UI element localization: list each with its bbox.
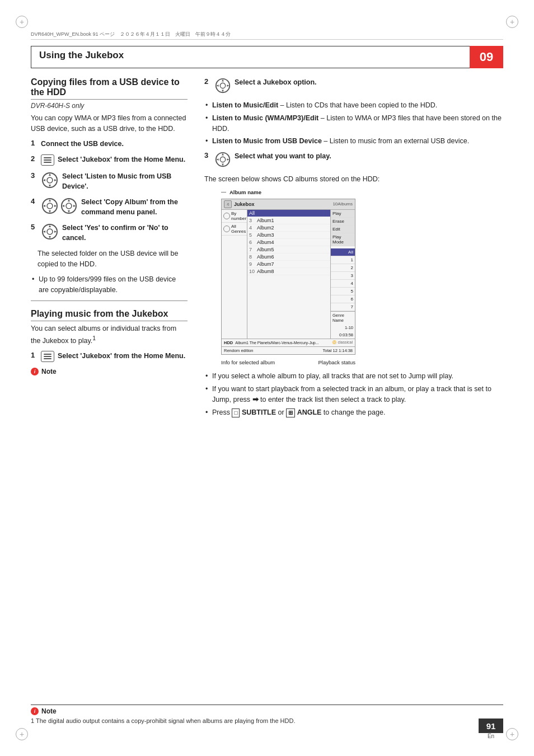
menu-icon-2: [41, 351, 54, 362]
right-column: 2 Select a Jukebox option. Listen to Mus…: [204, 77, 503, 711]
sidebar-num-icon: [223, 213, 230, 219]
svg-marker-22: [43, 231, 45, 233]
page-number-box: 91 En: [479, 719, 503, 739]
step2-num: 2: [31, 154, 38, 163]
jb-track-6: 8Album6: [247, 253, 330, 261]
step1-num: 1: [31, 139, 38, 147]
reg-mark-tl: [16, 16, 28, 28]
svg-point-25: [220, 83, 225, 88]
jb-num-2: 2: [331, 264, 355, 272]
jb-track-all: All: [247, 210, 330, 217]
option-1: Listen to Music/Edit – Listen to CDs tha…: [204, 100, 503, 111]
jb-num-3: 3: [331, 272, 355, 280]
jb-track-3: 5Album3: [247, 232, 330, 239]
section2-step1-row: 1 Select 'Jukebox' from the Home Menu.: [31, 351, 188, 362]
jb-footer2: Rendom edition Total 12 1:14:38: [222, 346, 355, 354]
svg-point-19: [47, 229, 53, 234]
jb-num-4: 4: [331, 280, 355, 288]
section-divider: [31, 300, 188, 301]
svg-marker-10: [43, 205, 45, 207]
right-bullet-1: If you select a whole album to play, all…: [204, 371, 503, 382]
jb-num-6: 6: [331, 295, 355, 303]
jb-footer: HDD Album1 The Planets/Marc-Venus-Mercur…: [222, 339, 355, 346]
svg-marker-5: [54, 179, 57, 181]
svg-marker-23: [54, 231, 57, 233]
note-label-inline: Note: [41, 368, 57, 375]
jb-track-range: 1-10: [331, 324, 355, 331]
svg-marker-34: [217, 158, 219, 161]
jukebox-screen: ♫ Jukebox 10Albums By number All Genres: [221, 199, 355, 355]
step1-row: 1 Connect the USB device.: [31, 139, 188, 149]
reg-mark-bl: [16, 728, 28, 740]
step4-row: 4 Select 'Co: [31, 197, 188, 217]
svg-marker-9: [49, 210, 51, 213]
jb-genre-name: Genre Name: [331, 311, 355, 324]
header-file-info: DVR640H_WPW_EN.book 91 ページ ２０２６年４月１１日 火曜…: [31, 31, 503, 40]
jb-sidebar: By number All Genres: [222, 210, 247, 339]
angle-icon: ⊞: [286, 408, 295, 417]
step5-detail: The selected folder on the USB device wi…: [38, 248, 188, 270]
svg-point-1: [47, 177, 53, 183]
menu-icon: [41, 154, 54, 166]
step1-text: Connect the USB device.: [41, 139, 124, 149]
jb-sidebar-allgenres: All Genres: [222, 223, 247, 236]
jb-track-4: 6Album4: [247, 239, 330, 246]
svg-point-13: [66, 203, 72, 209]
jb-sidebar-bynumber: By number: [222, 210, 247, 223]
option-2: Listen to Music (WMA/MP3)/Edit – Listen …: [204, 113, 503, 134]
step4-text: Select 'Copy Album' from the command men…: [81, 197, 188, 217]
step5-row: 5 Select 'Yes' to confirm or 'No' to can…: [31, 223, 188, 243]
right-bullet-3: Press □ SUBTITLE or ⊞ ANGLE to change th…: [204, 407, 503, 418]
svg-marker-28: [217, 84, 219, 87]
jb-header: ♫ Jukebox 10Albums: [222, 199, 355, 210]
svg-marker-20: [49, 225, 51, 227]
right-step3-text: Select what you want to play.: [235, 151, 331, 161]
svg-marker-26: [222, 79, 224, 82]
jb-track-list: All 3Album1 4Album2 5Album3 6Album4 7Alb…: [247, 210, 330, 339]
right-step2-row: 2 Select a Jukebox option.: [204, 77, 503, 96]
jb-track-5: 7Album5: [247, 246, 330, 253]
jb-track-8: 10Album8: [247, 268, 330, 275]
svg-marker-17: [73, 205, 76, 207]
section1-title: Copying files from a USB device to the H…: [31, 77, 188, 100]
svg-marker-33: [222, 164, 224, 166]
reg-mark-tr: [506, 16, 518, 28]
svg-point-7: [47, 203, 53, 209]
jb-num-7: 7: [331, 303, 355, 311]
svg-marker-27: [222, 90, 224, 92]
note-icon: i: [31, 707, 39, 715]
note-header: i Note: [31, 707, 503, 715]
page-number: 91: [479, 719, 503, 733]
subtitle-icon: □: [232, 408, 240, 417]
svg-marker-32: [222, 153, 224, 156]
section1-bullets: Up to 99 folders/999 files on the USB de…: [31, 274, 188, 295]
scroll-icon-3: [41, 171, 59, 189]
svg-marker-11: [54, 205, 57, 207]
scroll-icon-r3: [214, 151, 231, 170]
svg-marker-15: [68, 210, 70, 213]
svg-marker-8: [49, 199, 51, 201]
step3a-row: 3 Select 'Listen to Music from USB Devic…: [31, 171, 188, 191]
svg-marker-2: [49, 173, 51, 176]
left-column: Copying files from a USB device to the H…: [31, 77, 188, 711]
note-indicator: i Note: [31, 368, 188, 375]
note-icon-inline: i: [31, 368, 39, 375]
bullet-item: Up to 99 folders/999 files on the USB de…: [31, 274, 188, 295]
option-3: Listen to Music from USB Device – Listen…: [204, 136, 503, 147]
step3a-num: 3: [31, 171, 38, 180]
section2-step1-num: 1: [31, 351, 38, 359]
scroll-icon-4: [41, 197, 78, 215]
right-step3-row: 3 Select what you want to play.: [204, 151, 503, 170]
step2-row: 2 Select 'Jukebox' from the Home Menu.: [31, 154, 188, 166]
right-step2-num: 2: [204, 77, 211, 86]
sidebar-genre-icon: [223, 226, 230, 232]
svg-marker-4: [43, 179, 45, 181]
note-box: i Note 1 The digital audio output contai…: [31, 705, 503, 725]
step5-text: Select 'Yes' to confirm or 'No' to cance…: [62, 223, 188, 243]
section1-subtitle: DVR-640H-S only: [31, 102, 188, 110]
note-text: 1 The digital audio output contains a co…: [31, 717, 503, 725]
step2-text: Select 'Jukebox' from the Home Menu.: [58, 154, 185, 165]
chapter-number: 09: [470, 46, 503, 68]
jb-num-5: 5: [331, 288, 355, 295]
jb-btn-play: Play: [331, 210, 355, 218]
